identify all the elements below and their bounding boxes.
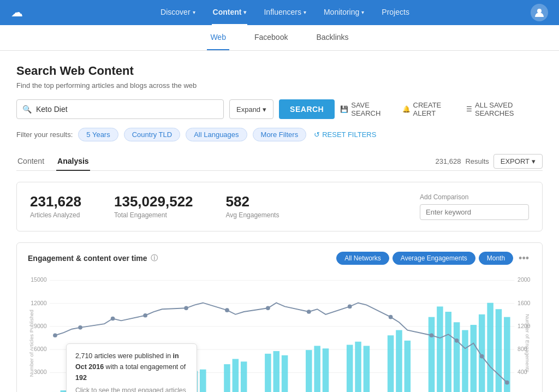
search-row: 🔍 Expand ▾ SEARCH 💾 SAVE SEARCH 🔔 CREATE… (16, 99, 543, 119)
tab-facebook[interactable]: Facebook (251, 25, 291, 50)
filter-country-tld[interactable]: Country TLD (124, 128, 180, 141)
add-comparison: Add Comparison (420, 193, 529, 220)
stat-articles: 231,628 Articles Analyzed (30, 193, 81, 219)
nav-projects[interactable]: Projects (380, 0, 411, 25)
svg-rect-54 (471, 325, 477, 392)
results-count: 231,628 Results EXPORT ▾ (435, 154, 543, 169)
stat-articles-label: Articles Analyzed (30, 211, 81, 219)
svg-text:Number of Articles Published: Number of Articles Published (28, 310, 34, 377)
reset-icon: ↺ (314, 130, 320, 139)
chart-header: Engagement & content over time ⓘ All Net… (28, 252, 531, 265)
chart-area: 15000 12000 9000 6000 3000 0 2000 1600 1… (28, 272, 531, 392)
reset-filters-button[interactable]: ↺ RESET FILTERS (314, 130, 376, 139)
svg-point-66 (307, 310, 311, 314)
chevron-down-icon: ▾ (532, 157, 536, 165)
tooltip-text: 2,710 articles were published in in Oct … (75, 351, 188, 383)
avatar[interactable] (531, 4, 548, 21)
svg-point-70 (455, 338, 459, 343)
stat-engagement-value: 135,029,522 (114, 193, 193, 210)
svg-rect-48 (405, 341, 411, 392)
search-actions: 💾 SAVE SEARCH 🔔 CREATE ALERT ☰ ALL SAVED… (340, 101, 543, 117)
save-icon: 💾 (340, 105, 348, 113)
filters-row: Filter your results: 5 Years Country TLD… (16, 128, 543, 141)
chart-tooltip: 2,710 articles were published in in Oct … (66, 343, 197, 392)
stat-articles-value: 231,628 (30, 193, 81, 210)
stat-avg-engagement: 582 Avg Engagements (226, 193, 280, 219)
stat-avg-engagement-label: Avg Engagements (226, 211, 280, 219)
tab-content[interactable]: Content (16, 152, 45, 171)
nav-influencers[interactable]: Influencers ▾ (263, 0, 307, 25)
filter-label: Filter your results: (16, 130, 73, 139)
svg-point-68 (389, 315, 393, 319)
chevron-down-icon: ▾ (263, 105, 266, 114)
svg-rect-34 (224, 364, 230, 392)
nav-monitoring[interactable]: Monitoring ▾ (323, 0, 365, 25)
svg-point-63 (184, 306, 188, 310)
svg-text:Number of Engagements: Number of Engagements (525, 314, 531, 372)
create-alert-button[interactable]: 🔔 CREATE ALERT (402, 101, 457, 117)
bell-icon: 🔔 (402, 105, 411, 113)
nav-discover[interactable]: Discover ▾ (159, 0, 196, 25)
filter-5years[interactable]: 5 Years (78, 128, 118, 141)
info-icon[interactable]: ⓘ (151, 253, 158, 263)
all-saved-searches-button[interactable]: ☰ ALL SAVED SEARCHES (466, 101, 543, 117)
sub-tabs: Web Facebook Backlinks (0, 25, 559, 51)
logo[interactable]: ☁ (11, 5, 23, 20)
expand-button[interactable]: Expand ▾ (229, 99, 273, 119)
svg-point-60 (78, 325, 82, 330)
search-button[interactable]: SEARCH (279, 99, 335, 119)
export-button[interactable]: EXPORT ▾ (493, 154, 543, 169)
svg-rect-33 (200, 370, 206, 392)
stats-panel: 231,628 Articles Analyzed 135,029,522 To… (16, 182, 543, 231)
filter-more-filters[interactable]: More Filters (253, 128, 307, 141)
svg-text:1600: 1600 (518, 300, 531, 306)
analysis-tabs: Content Analysis 231,628 Results EXPORT … (16, 152, 543, 171)
filter-all-languages[interactable]: All Languages (186, 128, 247, 141)
chart-btn-month[interactable]: Month (479, 252, 513, 265)
stat-avg-engagement-value: 582 (226, 193, 280, 210)
page-title: Search Web Content (16, 64, 543, 78)
stat-engagement-label: Total Engagement (114, 211, 193, 219)
tab-analysis[interactable]: Analysis (56, 152, 90, 171)
more-options-icon[interactable]: ••• (516, 253, 531, 264)
svg-text:2000: 2000 (518, 276, 531, 283)
nav-items: Discover ▾ Content ▾ Influencers ▾ Monit… (39, 0, 531, 25)
list-icon: ☰ (466, 105, 472, 113)
chart-btn-average-engagements[interactable]: Average Engagements (393, 252, 475, 265)
svg-rect-42 (323, 348, 329, 392)
comparison-input[interactable] (420, 204, 529, 220)
svg-rect-46 (388, 335, 394, 392)
tooltip-click-hint: Click to see the most engaged articles (75, 385, 188, 392)
svg-text:12000: 12000 (31, 300, 46, 306)
chart-btn-all-networks[interactable]: All Networks (336, 252, 389, 265)
svg-rect-53 (462, 330, 468, 392)
svg-rect-51 (445, 312, 451, 392)
svg-point-65 (266, 306, 270, 310)
svg-point-69 (430, 333, 434, 337)
nav-content[interactable]: Content ▾ (212, 0, 248, 25)
save-search-button[interactable]: 💾 SAVE SEARCH (340, 101, 393, 117)
svg-rect-50 (437, 306, 443, 392)
svg-rect-44 (355, 342, 361, 392)
svg-point-61 (111, 317, 115, 321)
svg-rect-37 (265, 354, 271, 392)
svg-text:6000: 6000 (34, 346, 47, 352)
svg-point-64 (225, 308, 229, 312)
svg-rect-38 (273, 351, 280, 392)
tab-web[interactable]: Web (207, 25, 229, 50)
svg-rect-36 (241, 361, 247, 392)
svg-rect-57 (496, 309, 502, 392)
search-input[interactable] (36, 105, 218, 114)
chart-controls: All Networks Average Engagements Month •… (336, 252, 531, 265)
top-navigation: ☁ Discover ▾ Content ▾ Influencers ▾ Mon… (0, 0, 559, 25)
svg-point-72 (505, 381, 509, 385)
svg-rect-47 (396, 330, 402, 392)
chart-section: Engagement & content over time ⓘ All Net… (16, 242, 543, 392)
tab-backlinks[interactable]: Backlinks (313, 25, 352, 50)
chevron-down-icon: ▾ (304, 9, 306, 15)
chart-title: Engagement & content over time ⓘ (28, 253, 158, 263)
page-subtitle: Find the top performing articles and blo… (16, 81, 543, 90)
chevron-down-icon: ▾ (361, 9, 364, 15)
chevron-down-icon: ▾ (243, 9, 246, 15)
svg-rect-45 (364, 346, 370, 392)
